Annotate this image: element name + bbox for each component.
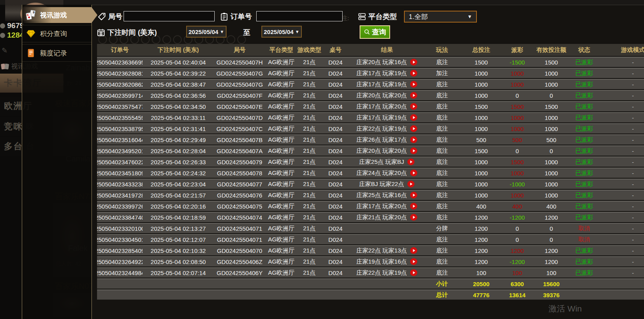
cell-play-method: 底注	[425, 257, 459, 266]
cell-platform: AG欧洲厅	[265, 135, 297, 144]
cell-play-method: 底注	[425, 124, 459, 133]
cell-round-id: GD0242550407E	[214, 102, 265, 111]
order-number-label: 订单号	[220, 12, 252, 21]
balance-primary: 9679	[0, 21, 24, 30]
col-order-id: 订单号	[97, 44, 143, 56]
play-result-icon[interactable]	[407, 158, 415, 165]
search-button[interactable]: 查询	[360, 25, 390, 39]
col-game-type: 游戏类型	[297, 44, 322, 56]
cell-empty	[214, 279, 265, 289]
platform-type-select[interactable]: 1.全部 ▼	[404, 11, 477, 23]
play-result-icon[interactable]	[410, 247, 417, 254]
cell-play-method: 底注	[425, 268, 459, 277]
cell-result	[349, 235, 425, 244]
cell-game-mode: -	[597, 168, 644, 178]
cell-valid-bet: 1000	[532, 113, 571, 122]
cell-order-id: 250504023244984	[97, 268, 143, 277]
cell-game-mode: -	[597, 80, 644, 89]
table-row: 2505040235387952025-05-04 02:31:41GD0242…	[97, 123, 644, 133]
col-payout: 派彩	[503, 44, 532, 56]
menu-item-video-games[interactable]: 9 K 视讯游戏	[22, 7, 91, 23]
play-result-icon[interactable]	[410, 192, 417, 199]
menu-item-points-query[interactable]: 积分查询	[22, 25, 91, 42]
order-number-input[interactable]	[256, 11, 343, 21]
cell-order-id: 250504023285409	[97, 246, 143, 255]
cell-order-id: 250504023599714	[97, 91, 143, 100]
betting-records-screen: 9679 1284 ✎ 讠 视讯游戏 卡卡湾厅 欧洲厅 竞咪 多台 Zainab…	[0, 0, 644, 319]
cell-table-no: D024	[322, 57, 349, 67]
play-result-icon[interactable]	[410, 114, 417, 121]
play-result-icon[interactable]	[410, 136, 417, 143]
table-row: 2505040234518092025-05-04 02:24:32GD0242…	[97, 168, 644, 178]
cell-status: 已派彩	[571, 91, 597, 100]
result-text: 庄家22点 玩家13点	[356, 247, 407, 254]
cell-platform: AG欧洲厅	[265, 235, 297, 244]
calendar-icon	[97, 28, 105, 37]
cell-bet-time: 2025-05-04 02:38:47	[143, 80, 214, 89]
cell-total-bet: 1200	[459, 246, 503, 255]
cell-game-type: 21点	[297, 80, 322, 89]
chevron-down-icon: ▼	[295, 29, 299, 34]
cell-game-type: 21点	[297, 190, 322, 200]
cell-game-mode: -	[597, 246, 644, 255]
play-result-icon[interactable]	[410, 81, 417, 88]
cell-payout: -1000	[503, 179, 532, 189]
cell-valid-bet: 1000	[532, 124, 571, 133]
play-result-icon[interactable]	[410, 92, 417, 99]
cell-bet-time: 2025-05-04 02:08:50	[143, 257, 214, 266]
cell-bet-time: 2025-05-04 02:29:49	[143, 135, 214, 144]
cell-bet-time: 2025-05-04 02:36:56	[143, 91, 214, 100]
menu-item-quota-records[interactable]: 额度记录	[22, 44, 91, 62]
play-result-icon[interactable]	[410, 125, 417, 132]
balance-secondary: 1284	[0, 31, 24, 40]
play-result-icon[interactable]	[407, 180, 415, 188]
cell-total-bet: 1500	[459, 102, 503, 111]
table-row: 2505040235997142025-05-04 02:36:56GD0242…	[97, 90, 644, 100]
cell-game-mode: -	[597, 224, 644, 233]
cell-total-bet: 400	[459, 201, 503, 211]
cell-order-id: 250504023451809	[97, 168, 143, 178]
cell-result: 庄家20点 玩家20点	[349, 91, 425, 100]
col-game-mode: 游戏模式	[597, 44, 644, 56]
cell-empty	[349, 290, 425, 300]
platform-type-value: 1.全部	[409, 12, 428, 21]
round-number-input[interactable]	[124, 11, 215, 21]
table-row: 2505040234332382025-05-04 02:23:04GD0242…	[97, 179, 644, 189]
play-result-icon[interactable]	[410, 169, 417, 177]
cell-round-id: GD0242550407A	[214, 146, 265, 156]
date-to-picker[interactable]: 2025/05/04▼	[261, 26, 302, 38]
cell-order-id: 250504023384740	[97, 213, 143, 222]
cell-platform: AG欧洲厅	[265, 68, 297, 78]
play-result-icon[interactable]	[410, 258, 417, 265]
cell-platform: AG欧洲厅	[265, 213, 297, 222]
play-result-icon[interactable]	[410, 203, 417, 210]
cell-round-id: GD0242550407G	[214, 68, 265, 78]
play-result-icon[interactable]	[410, 269, 417, 276]
cell-play-method: 加注	[425, 68, 459, 78]
cell-payout: -1200	[503, 257, 532, 266]
cell-empty	[214, 290, 265, 300]
cell-play-method: 底注	[425, 157, 459, 167]
cell-valid-bet: 0	[532, 91, 571, 100]
grand-total-row-payout: 13614	[503, 290, 532, 300]
cell-platform: AG欧洲厅	[265, 246, 297, 255]
play-result-icon[interactable]	[410, 103, 417, 110]
cell-result: 庄家22点 玩家19点	[349, 268, 425, 277]
cell-payout: 1000	[503, 80, 532, 89]
table-row: 2505040234760222025-05-04 02:26:33GD0242…	[97, 157, 644, 167]
date-from-picker[interactable]: 2025/05/04▼	[186, 26, 227, 38]
play-result-icon[interactable]	[410, 70, 417, 77]
play-result-icon[interactable]	[410, 147, 417, 154]
cell-bet-time: 2025-05-04 02:40:04	[143, 57, 214, 67]
cell-platform: AG欧洲厅	[265, 57, 297, 67]
play-result-icon[interactable]	[410, 214, 417, 221]
cell-game-type: 21点	[297, 91, 322, 100]
cell-platform: AG欧洲厅	[265, 157, 297, 167]
play-result-icon[interactable]	[410, 59, 417, 66]
cell-empty	[322, 290, 349, 300]
cell-game-mode: -	[597, 91, 644, 100]
grand-total-row-valid-bet: 39376	[532, 290, 571, 300]
cell-valid-bet: 0	[532, 146, 571, 156]
cell-total-bet: 1000	[459, 113, 503, 122]
tag-icon	[97, 12, 106, 21]
